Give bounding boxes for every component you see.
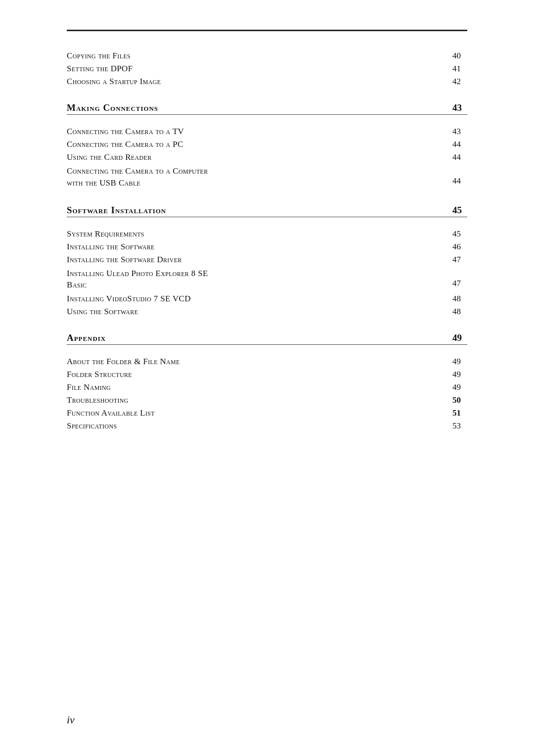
dots [155, 242, 452, 252]
entry-text: Setting the DPOF [67, 64, 133, 74]
toc-entry-file-naming: File Naming 49 [67, 382, 467, 392]
entry-text: Function Available List [67, 408, 155, 418]
dots [184, 127, 452, 137]
entry-text: Folder Structure [67, 370, 132, 379]
entry-text: Connecting the Camera to a PC [67, 140, 183, 149]
toc-entry-about-folder: About the Folder & File Name 49 [67, 357, 467, 367]
making-connections-header: Making Connections 43 [67, 102, 467, 115]
page-number: iv [67, 713, 75, 726]
page-num: 51 [452, 408, 467, 418]
toc-entry-installing-videostudio: Installing VideoStudio 7 SE VCD 48 [67, 294, 467, 304]
dots [191, 294, 452, 304]
page-num: 48 [452, 294, 467, 304]
toc-entry-troubleshooting: Troubleshooting 50 [67, 395, 467, 405]
dots [138, 307, 452, 317]
entry-text: Choosing a Startup Image [67, 77, 161, 87]
toc-entry-using-software: Using the Software 48 [67, 307, 467, 317]
entry-text: File Naming [67, 382, 111, 392]
page-num: 50 [452, 395, 467, 405]
page-num: 49 [452, 382, 467, 392]
dots [182, 255, 452, 265]
toc-entry-installing-ulead: Installing Ulead Photo Explorer 8 SEBasi… [67, 268, 467, 291]
appendix-header: Appendix 49 [67, 332, 467, 345]
entry-text: Installing the Software Driver [67, 255, 182, 265]
dots [129, 395, 452, 405]
dots [133, 64, 452, 74]
dots [144, 229, 452, 239]
toc-entry-setting-dpof: Setting the DPOF 41 [67, 64, 467, 74]
entry-text: Using the Card Reader [67, 152, 152, 162]
page-num: 44 [452, 165, 467, 186]
entry-text: About the Folder & File Name [67, 357, 180, 367]
page-num: 47 [452, 268, 467, 288]
dots [166, 206, 452, 215]
toc-entry-system-requirements: System Requirements 45 [67, 229, 467, 239]
page-num: 53 [452, 421, 467, 431]
dots [117, 421, 452, 431]
dots [208, 268, 452, 278]
toc-entry-connecting-computer: Connecting the Camera to a Computerwith … [67, 165, 467, 189]
dots [158, 104, 452, 113]
page-num: 44 [452, 152, 467, 162]
appendix-section: Appendix 49 About the Folder & File Name… [67, 332, 467, 431]
software-installation-header: Software Installation 45 [67, 205, 467, 217]
section-title: Appendix [67, 332, 106, 343]
entry-text: Using the Software [67, 307, 138, 317]
page-num: 46 [452, 242, 467, 252]
dots [183, 140, 452, 149]
making-connections-section: Making Connections 43 Connecting the Cam… [67, 102, 467, 189]
section-title: Software Installation [67, 205, 166, 216]
toc-entry-installing-driver: Installing the Software Driver 47 [67, 255, 467, 265]
toc-entry-specifications: Specifications 53 [67, 421, 467, 431]
dots [131, 51, 452, 61]
toc-entry-installing-software: Installing the Software 46 [67, 242, 467, 252]
toc-entry-folder-structure: Folder Structure 49 [67, 370, 467, 379]
dots [180, 357, 452, 367]
dots [111, 382, 452, 392]
page-num: 47 [452, 255, 467, 265]
dots [208, 165, 452, 175]
toc-container: Copying the Files 40 Setting the DPOF 41… [67, 51, 467, 431]
page-num: 45 [452, 229, 467, 239]
page-num: 45 [452, 205, 467, 216]
page-num: 48 [452, 307, 467, 317]
page-num: 42 [452, 77, 467, 87]
files-section: Copying the Files 40 Setting the DPOF 41… [67, 51, 467, 87]
section-title: Making Connections [67, 102, 158, 113]
page-num: 49 [452, 357, 467, 367]
toc-entry-function-available: Function Available List 51 [67, 408, 467, 418]
entry-text: Copying the Files [67, 51, 131, 61]
page-num: 49 [452, 332, 467, 343]
entry-text: Troubleshooting [67, 395, 129, 405]
dots [155, 408, 452, 418]
entry-text: Installing VideoStudio 7 SE VCD [67, 294, 191, 304]
toc-entry-connecting-pc: Connecting the Camera to a PC 44 [67, 140, 467, 149]
toc-entry-choosing-startup: Choosing a Startup Image 42 [67, 77, 467, 87]
page-num: 43 [452, 127, 467, 137]
page-footer: iv [67, 713, 75, 726]
page-num: 43 [452, 102, 467, 113]
page-num: 40 [452, 51, 467, 61]
dots [106, 334, 452, 343]
toc-entry-connecting-tv: Connecting the Camera to a TV 43 [67, 127, 467, 137]
entry-text: Connecting the Camera to a Computerwith … [67, 165, 208, 189]
entry-text: Installing Ulead Photo Explorer 8 SEBasi… [67, 268, 208, 291]
dots [161, 77, 452, 87]
entry-text: System Requirements [67, 229, 144, 239]
dots [152, 152, 452, 162]
toc-entry-card-reader: Using the Card Reader 44 [67, 152, 467, 162]
entry-text: Installing the Software [67, 242, 155, 252]
dots [132, 370, 452, 379]
page-num: 49 [452, 370, 467, 379]
toc-entry-copying-files: Copying the Files 40 [67, 51, 467, 61]
page-num: 44 [452, 140, 467, 149]
top-divider [67, 30, 467, 31]
software-installation-section: Software Installation 45 System Requirem… [67, 205, 467, 317]
entry-text: Specifications [67, 421, 117, 431]
entry-text: Connecting the Camera to a TV [67, 127, 184, 137]
page-num: 41 [452, 64, 467, 74]
